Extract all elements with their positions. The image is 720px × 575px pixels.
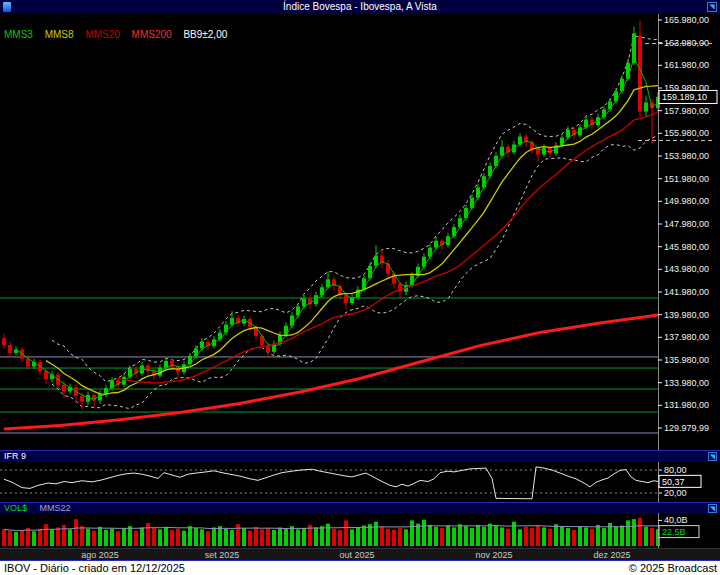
volume-bar: [392, 530, 396, 546]
volume-bar: [554, 524, 558, 546]
volume-bar: [26, 528, 30, 546]
volume-bar: [488, 524, 492, 546]
volume-bar: [410, 520, 414, 546]
volume-bar: [650, 528, 654, 546]
volume-bar: [236, 524, 240, 546]
expand-icon[interactable]: ◥: [708, 452, 717, 461]
price-axis-label: 141.980,00: [664, 287, 709, 297]
volume-bar: [242, 528, 246, 546]
volume-bar: [290, 526, 294, 546]
volume-bar: [326, 524, 330, 546]
price-axis-label: 151.980,00: [664, 174, 709, 184]
volume-bar: [248, 531, 252, 546]
volume-bar: [62, 525, 66, 546]
volume-bar: [332, 529, 336, 546]
volume-chart[interactable]: 40,0B22,5B: [0, 513, 720, 548]
volume-bar: [302, 528, 306, 546]
month-label: nov 2025: [475, 550, 512, 560]
price-axis-label: 145.980,00: [664, 242, 709, 252]
copyright-text: © 2025 Broadcast: [629, 561, 717, 575]
month-label: dez 2025: [593, 550, 630, 560]
volume-bar: [518, 529, 522, 546]
volume-bar: [284, 529, 288, 546]
volume-bar: [386, 529, 390, 546]
volume-bar: [350, 529, 354, 546]
bollinger-band: [52, 36, 658, 382]
month-label: out 2025: [339, 550, 374, 560]
volume-bar: [578, 526, 582, 546]
volume-bar: [494, 526, 498, 546]
window-title: Índice Bovespa - Ibovespa, A Vista: [283, 0, 437, 14]
volume-bar: [296, 529, 300, 546]
volume-bar: [254, 527, 258, 546]
status-text: IBOV - Diário - criado em 12/12/2025: [4, 561, 185, 575]
volume-bar: [50, 530, 54, 546]
volume-bar: [452, 527, 456, 546]
price-axis-label: 133.980,00: [664, 378, 709, 388]
status-bar: IBOV - Diário - criado em 12/12/2025 © 2…: [0, 561, 720, 575]
volume-bar: [194, 528, 198, 546]
ifr-indicator-chart[interactable]: 80,0020,0050,37: [0, 462, 720, 502]
volume-bar: [314, 527, 318, 546]
volume-bar: [428, 525, 432, 546]
price-axis-label: 161.980,00: [664, 60, 709, 70]
volume-bar: [626, 520, 630, 546]
legend-mms200: MMS200: [132, 29, 172, 40]
price-axis-label: 129.979,99: [664, 423, 709, 433]
expand-icon[interactable]: ◥: [708, 504, 717, 513]
volume-bar: [464, 526, 468, 546]
price-axis-label: 131.980,00: [664, 400, 709, 410]
volume-bar: [548, 529, 552, 546]
title-bar: Índice Bovespa - Ibovespa, A Vista ◥: [0, 0, 720, 14]
volume-bar: [146, 523, 150, 546]
volume-bar: [92, 531, 96, 546]
volume-bar: [152, 528, 156, 546]
current-price-label: 159.189,10: [662, 92, 707, 102]
month-label: set 2025: [205, 550, 240, 560]
volume-bar: [416, 524, 420, 546]
volume-bar: [8, 531, 12, 546]
volume-bar: [266, 528, 270, 546]
volume-bar: [644, 527, 648, 546]
month-label: ago 2025: [81, 550, 119, 560]
mms3-line: [16, 58, 658, 399]
ifr-panel-title: IFR 9: [4, 451, 26, 461]
volume-bar: [98, 527, 102, 546]
indicator-legend: MMS3 MMS8 MMS20 MMS200 BB9±2,00: [4, 29, 236, 40]
price-axis-label: 137.980,00: [664, 332, 709, 342]
volume-bar: [200, 529, 204, 546]
volume-bar: [536, 526, 540, 546]
volume-bar: [374, 522, 378, 546]
volume-bar: [446, 526, 450, 546]
volume-bar: [632, 519, 636, 546]
expand-icon[interactable]: ◥: [707, 2, 717, 12]
volume-bar: [230, 530, 234, 546]
price-axis-label: 155.980,00: [664, 128, 709, 138]
price-chart-panel[interactable]: 165.980,00163.980,00161.980,00159.980,00…: [0, 14, 720, 450]
candlestick-chart[interactable]: 165.980,00163.980,00161.980,00159.980,00…: [0, 14, 720, 450]
volume-bar: [158, 529, 162, 546]
price-axis-label: 147.980,00: [664, 219, 709, 229]
volume-bar: [584, 527, 588, 546]
volume-bar: [218, 526, 222, 546]
volume-bar: [530, 528, 534, 546]
volume-bar: [596, 525, 600, 546]
chart-window: Índice Bovespa - Ibovespa, A Vista ◥ 165…: [0, 0, 720, 575]
volume-bar: [362, 526, 366, 546]
volume-bar: [212, 527, 216, 546]
legend-mms8: MMS8: [45, 29, 74, 40]
volume-bar: [164, 527, 168, 546]
volume-bar: [176, 529, 180, 546]
price-axis-label: 163.980,00: [664, 38, 709, 48]
volume-bar: [134, 531, 138, 546]
volume-bar: [482, 527, 486, 546]
app-icon: [3, 2, 11, 12]
volume-bar: [20, 530, 24, 546]
volume-bar: [458, 524, 462, 546]
volume-bar: [206, 531, 210, 546]
volume-bar: [620, 526, 624, 546]
price-axis-label: 135.980,00: [664, 355, 709, 365]
volume-bar: [404, 529, 408, 546]
volume-panel-header: VOL$ MMS22 ◥: [0, 502, 720, 513]
volume-bar: [14, 532, 18, 546]
